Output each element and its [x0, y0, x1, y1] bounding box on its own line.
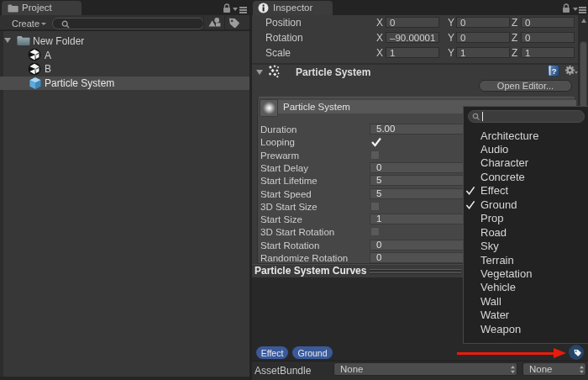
svg-text:?: ?	[552, 66, 557, 76]
